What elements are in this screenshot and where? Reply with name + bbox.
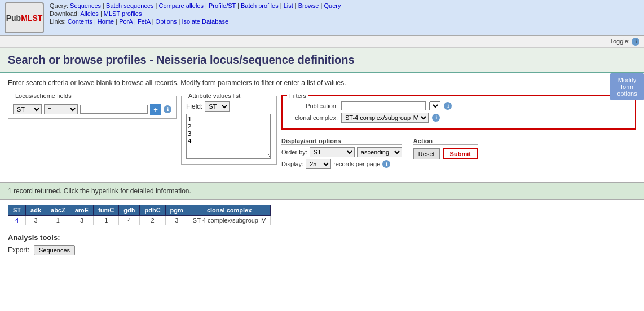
query-row: Query: Sequences | Batch sequences | Com… (50, 2, 341, 9)
link-options[interactable]: Options (156, 18, 177, 25)
right-panel: Filters Publication: ℹ clonal complex: S… (281, 92, 636, 171)
action-section: Action Reset Submit (413, 137, 478, 171)
display-action-row: Display/sort options Order by: ST adk as… (281, 137, 636, 171)
link-mlst-profiles[interactable]: MLST profiles (104, 10, 142, 17)
display-sort-label: Display/sort options (281, 137, 402, 145)
locus-row: ST adk abcZ = contains > < + ℹ (13, 104, 171, 115)
order-row: Order by: ST adk ascending descending (281, 147, 402, 157)
display-sort-section: Display/sort options Order by: ST adk as… (281, 137, 402, 171)
col-adk: adk (26, 205, 46, 216)
page-header: PubMLST Query: Sequences | Batch sequenc… (0, 0, 644, 36)
analysis-area: Analysis tools: Export: Sequences (0, 230, 644, 259)
st-link[interactable]: 4 (15, 217, 19, 224)
col-pgm: pgm (165, 205, 188, 216)
link-profile-st[interactable]: Profile/ST (209, 2, 236, 9)
cell-fumc: 1 (94, 216, 119, 225)
table-header-row: ST adk abcZ aroE fumC gdh pdhC pgm clona… (8, 205, 271, 216)
header-links: Query: Sequences | Batch sequences | Com… (50, 2, 341, 26)
display-row: Display: 10 25 50 100 records per page ℹ (281, 159, 402, 169)
download-label: Download: (50, 10, 79, 17)
publication-row: Publication: ℹ (287, 101, 630, 110)
clonal-complex-select[interactable]: ST-4 complex/subgroup IV ST-11 complex/E… (341, 113, 429, 123)
link-batch-sequences[interactable]: Batch sequences (106, 2, 153, 9)
attr-field-row: Field: ST adk (186, 101, 272, 112)
cell-clonal-complex: ST-4 complex/subgroup IV (188, 216, 271, 225)
submit-button[interactable]: Submit (443, 148, 478, 159)
attr-list-textarea[interactable]: 1 2 3 4 (186, 114, 271, 159)
link-compare-alleles[interactable]: Compare alleles (158, 2, 203, 9)
modify-form-options-button[interactable]: Modify form options (610, 73, 644, 100)
analysis-tools-label: Analysis tools: (8, 233, 636, 242)
search-form: Locus/scheme fields ST adk abcZ = contai… (8, 92, 636, 171)
col-aroe: aroE (70, 205, 93, 216)
link-isolate-database[interactable]: Isolate Database (182, 18, 229, 25)
link-contents[interactable]: Contents (68, 18, 92, 25)
results-area: 1 record returned. Click the hyperlink f… (0, 182, 644, 200)
operator-select[interactable]: = contains > < (44, 104, 78, 114)
links-row: Links: Contents | Home | PorA | FetA | O… (50, 18, 341, 25)
display-info-icon[interactable]: ℹ (382, 160, 390, 168)
attr-field-label: Field: (186, 103, 202, 110)
export-label: Export: (8, 246, 29, 254)
links-label: Links: (50, 18, 66, 25)
col-abcz: abcZ (46, 205, 70, 216)
link-list[interactable]: List (284, 2, 293, 9)
attribute-values-fieldset: Attribute values list Field: ST adk 1 2 … (181, 92, 277, 165)
toggle-info-icon[interactable]: ℹ (632, 38, 639, 46)
reset-button[interactable]: Reset (413, 148, 440, 159)
export-row: Export: Sequences (8, 245, 636, 255)
link-feta[interactable]: FetA (138, 18, 151, 25)
logo: PubMLST (5, 2, 44, 33)
direction-select[interactable]: ascending descending (357, 147, 402, 157)
filters-fieldset: Filters Publication: ℹ clonal complex: S… (281, 92, 636, 130)
results-message: 1 record returned. Click the hyperlink f… (8, 187, 191, 195)
link-browse[interactable]: Browse (298, 2, 319, 9)
col-fumc: fumC (94, 205, 119, 216)
export-sequences-button[interactable]: Sequences (34, 245, 75, 255)
cell-aroe: 3 (70, 216, 93, 225)
locus-field-select[interactable]: ST adk abcZ (13, 104, 42, 114)
clonal-complex-info-icon[interactable]: ℹ (432, 114, 440, 122)
display-label: Display: (281, 161, 303, 167)
cell-gdh: 4 (119, 216, 140, 225)
results-table: ST adk abcZ aroE fumC gdh pdhC pgm clona… (8, 205, 271, 225)
download-row: Download: Alleles | MLST profiles (50, 10, 341, 17)
col-clonal-complex: clonal complex (188, 205, 271, 216)
query-label: Query: (50, 2, 68, 9)
attr-field-select[interactable]: ST adk (205, 101, 230, 112)
main-content: Enter search criteria or leave blank to … (0, 73, 644, 176)
col-gdh: gdh (119, 205, 140, 216)
add-row-button[interactable]: + (150, 104, 161, 115)
clonal-complex-row: clonal complex: ST-4 complex/subgroup IV… (287, 113, 630, 123)
table-area: ST adk abcZ aroE fumC gdh pdhC pgm clona… (0, 200, 644, 230)
col-st: ST (8, 205, 26, 216)
publication-info-icon[interactable]: ℹ (444, 102, 452, 110)
order-select[interactable]: ST adk (310, 147, 355, 157)
link-pora[interactable]: PorA (119, 18, 133, 25)
action-label: Action (413, 137, 478, 145)
toggle-bar: Toggle: ℹ (0, 36, 644, 48)
locus-scheme-legend: Locus/scheme fields (13, 92, 74, 99)
link-sequences[interactable]: Sequences (70, 2, 101, 9)
link-home[interactable]: Home (98, 18, 114, 25)
link-alleles[interactable]: Alleles (80, 10, 98, 17)
locus-scheme-fieldset: Locus/scheme fields ST adk abcZ = contai… (8, 92, 177, 119)
page-title: Search or browse profiles - Neisseria lo… (8, 54, 636, 66)
publication-dropdown-arrow[interactable] (429, 101, 440, 110)
cell-adk: 3 (26, 216, 46, 225)
cell-pgm: 3 (165, 216, 188, 225)
intro-text: Enter search criteria or leave blank to … (8, 79, 636, 87)
publication-input[interactable] (341, 101, 426, 110)
value-input[interactable] (80, 105, 148, 114)
publication-label: Publication: (287, 103, 338, 109)
cell-st: 4 (8, 216, 26, 225)
locus-info-icon[interactable]: ℹ (164, 105, 171, 113)
display-count-select[interactable]: 10 25 50 100 (306, 159, 331, 169)
toggle-label: Toggle: (610, 38, 629, 45)
cell-pdhc: 2 (140, 216, 165, 225)
cell-abcz: 1 (46, 216, 70, 225)
link-batch-profiles[interactable]: Batch profiles (241, 2, 279, 9)
link-query[interactable]: Query (324, 2, 341, 9)
attribute-values-legend: Attribute values list (186, 92, 242, 99)
records-per-page-label: records per page (333, 161, 380, 167)
